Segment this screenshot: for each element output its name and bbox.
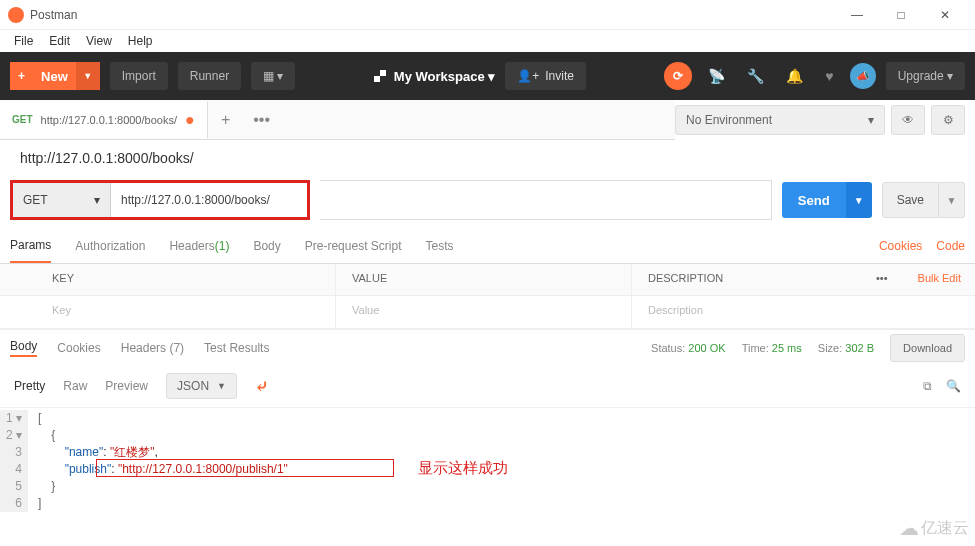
heart-icon[interactable]: ♥: [819, 68, 839, 84]
tab-authorization[interactable]: Authorization: [75, 228, 145, 263]
menu-edit[interactable]: Edit: [41, 32, 78, 50]
value-input[interactable]: Value: [336, 296, 632, 328]
maximize-button[interactable]: □: [879, 1, 923, 29]
grid-icon: [374, 70, 386, 82]
send-dropdown[interactable]: ▼: [846, 182, 872, 218]
env-label: No Environment: [686, 113, 772, 127]
bulk-edit-link[interactable]: Bulk Edit: [918, 272, 961, 284]
request-name: http://127.0.0.1:8000/books/: [0, 140, 975, 176]
resp-tab-tests[interactable]: Test Results: [204, 341, 269, 355]
upgrade-button[interactable]: Upgrade ▾: [886, 62, 965, 90]
params-table: KEY VALUE DESCRIPTION ••• Bulk Edit Key …: [0, 264, 975, 329]
app-logo: [8, 7, 24, 23]
view-raw[interactable]: Raw: [63, 379, 87, 393]
code-link[interactable]: Code: [936, 239, 965, 253]
window-title: Postman: [30, 8, 835, 22]
request-subtabs: Params Authorization Headers (1) Body Pr…: [0, 228, 975, 264]
annotation-text: 显示这样成功: [418, 459, 508, 478]
line-gutter: 1 ▾2 ▾3 456: [0, 410, 28, 512]
close-button[interactable]: ✕: [923, 1, 967, 29]
save-dropdown[interactable]: ▼: [939, 182, 965, 218]
menu-bar: File Edit View Help: [0, 30, 975, 52]
new-button[interactable]: + New ▼: [10, 62, 100, 90]
wrap-icon[interactable]: ⤶: [255, 377, 268, 396]
tab-headers[interactable]: Headers (1): [169, 228, 229, 263]
chevron-down-icon: ▾: [868, 113, 874, 127]
send-button[interactable]: Send: [782, 182, 846, 218]
environment-select[interactable]: No Environment ▾: [675, 105, 885, 135]
tab-title: http://127.0.0.1:8000/books/: [41, 114, 177, 126]
new-label: New: [33, 69, 76, 84]
menu-file[interactable]: File: [6, 32, 41, 50]
header-value: VALUE: [336, 264, 632, 295]
tab-tests[interactable]: Tests: [425, 228, 453, 263]
request-tab[interactable]: GET http://127.0.0.1:8000/books/ ●: [0, 102, 208, 138]
view-preview[interactable]: Preview: [105, 379, 148, 393]
watermark: ☁ 亿速云: [899, 516, 969, 540]
tab-prerequest[interactable]: Pre-request Script: [305, 228, 402, 263]
response-body: 1 ▾2 ▾3 456 [ { "name": "红楼梦", "publish"…: [0, 408, 975, 514]
resp-tab-cookies[interactable]: Cookies: [57, 341, 100, 355]
time-label: Time:: [742, 342, 769, 354]
workspace-selector[interactable]: My Workspace ▾: [374, 69, 495, 84]
method-label: GET: [23, 193, 48, 207]
cookies-link[interactable]: Cookies: [879, 239, 922, 253]
watermark-text: 亿速云: [921, 518, 969, 539]
size-label: Size:: [818, 342, 842, 354]
tab-body[interactable]: Body: [253, 228, 280, 263]
minimize-button[interactable]: —: [835, 1, 879, 29]
tab-params[interactable]: Params: [10, 228, 51, 263]
runner-button[interactable]: Runner: [178, 62, 241, 90]
menu-view[interactable]: View: [78, 32, 120, 50]
plus-icon: +: [10, 62, 33, 90]
workspace-label: My Workspace ▾: [394, 69, 495, 84]
avatar[interactable]: 📣: [850, 63, 876, 89]
tab-method: GET: [12, 114, 33, 125]
view-pretty[interactable]: Pretty: [14, 379, 45, 393]
resp-tab-headers[interactable]: Headers (7): [121, 341, 184, 355]
env-preview-icon[interactable]: 👁: [891, 105, 925, 135]
menu-help[interactable]: Help: [120, 32, 161, 50]
code-content[interactable]: [ { "name": "红楼梦", "publish": "http://12…: [28, 410, 288, 512]
window-button[interactable]: ▦ ▾: [251, 62, 295, 90]
search-icon[interactable]: 🔍: [946, 379, 961, 393]
new-dropdown[interactable]: ▼: [76, 62, 100, 90]
url-input[interactable]: http://127.0.0.1:8000/books/: [111, 183, 307, 217]
format-select[interactable]: JSON ▼: [166, 373, 237, 399]
settings-icon[interactable]: ⚙: [931, 105, 965, 135]
url-input-extended[interactable]: [320, 180, 772, 220]
bell-icon[interactable]: 🔔: [780, 68, 809, 84]
columns-menu-icon[interactable]: •••: [860, 264, 904, 295]
chevron-down-icon: ▼: [217, 381, 226, 391]
format-label: JSON: [177, 379, 209, 393]
import-button[interactable]: Import: [110, 62, 168, 90]
satellite-icon[interactable]: 📡: [702, 68, 731, 84]
time-value: 25 ms: [772, 342, 802, 354]
tab-more-button[interactable]: •••: [244, 102, 280, 138]
response-toolbar: Pretty Raw Preview JSON ▼ ⤶ ⧉ 🔍: [0, 365, 975, 408]
wrench-icon[interactable]: 🔧: [741, 68, 770, 84]
invite-button[interactable]: 👤+ Invite: [505, 62, 586, 90]
status-value: 200 OK: [688, 342, 725, 354]
header-desc: DESCRIPTION: [632, 264, 860, 295]
unsaved-dot-icon: ●: [185, 111, 195, 129]
status-label: Status:: [651, 342, 685, 354]
key-input[interactable]: Key: [36, 296, 336, 328]
add-tab-button[interactable]: +: [208, 102, 244, 138]
desc-input[interactable]: Description: [632, 296, 975, 328]
main-toolbar: + New ▼ Import Runner ▦ ▾ My Workspace ▾…: [0, 52, 975, 100]
sync-icon[interactable]: ⟳: [664, 62, 692, 90]
save-button[interactable]: Save: [882, 182, 939, 218]
method-select[interactable]: GET ▾: [13, 183, 111, 217]
method-url-box: GET ▾ http://127.0.0.1:8000/books/: [10, 180, 310, 220]
header-key: KEY: [36, 264, 336, 295]
person-icon: 👤+: [517, 69, 539, 83]
invite-label: Invite: [545, 69, 574, 83]
resp-tab-body[interactable]: Body: [10, 339, 37, 357]
copy-icon[interactable]: ⧉: [923, 379, 932, 393]
size-value: 302 B: [845, 342, 874, 354]
cloud-icon: ☁: [899, 516, 919, 540]
chevron-down-icon: ▾: [94, 193, 100, 207]
download-button[interactable]: Download: [890, 334, 965, 362]
response-tabs: Body Cookies Headers (7) Test Results St…: [0, 329, 975, 365]
